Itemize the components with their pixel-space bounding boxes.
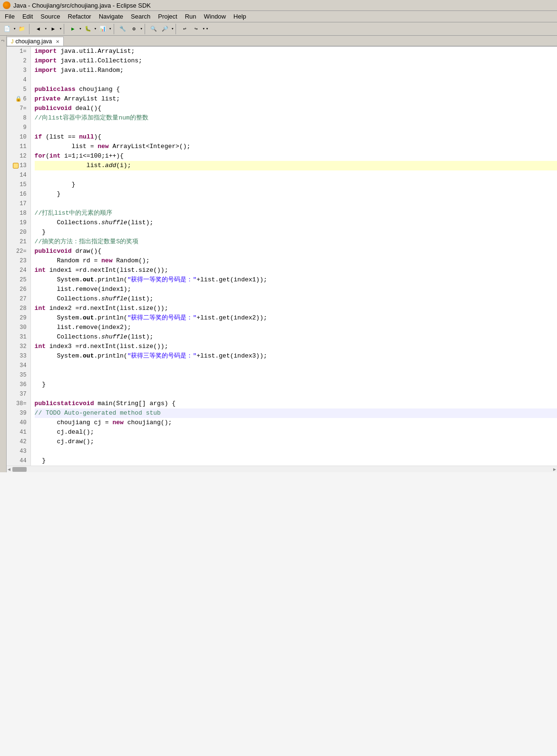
line-num-label-31: 31 bbox=[20, 332, 26, 342]
line-num-label-3: 3 bbox=[23, 66, 26, 75]
code-line-2: import java.util.Collections; bbox=[35, 56, 557, 66]
tb-new-arrow[interactable]: ▾ bbox=[13, 26, 16, 31]
tb-prev-arrow[interactable]: ▾ bbox=[44, 26, 47, 31]
scroll-thumb[interactable] bbox=[12, 467, 27, 472]
scroll-right-arrow[interactable]: ▶ bbox=[552, 467, 557, 472]
line-number-12: 12 bbox=[9, 151, 29, 161]
code-content[interactable]: import java.util.ArrayList; import java.… bbox=[31, 47, 557, 466]
line-number-14: 14 bbox=[9, 170, 29, 180]
line-number-6: 🔒6 bbox=[9, 94, 29, 104]
code-line-39: // TODO Auto-generated method stub bbox=[35, 408, 557, 418]
code-line-17 bbox=[35, 199, 557, 209]
line-num-label-32: 32 bbox=[20, 342, 26, 351]
line-num-label-40: 40 bbox=[20, 418, 26, 428]
menu-bar: File Edit Source Refactor Navigate Searc… bbox=[0, 11, 557, 22]
menu-refactor[interactable]: Refactor bbox=[65, 12, 94, 21]
tb-undo-arrow[interactable]: ▾ bbox=[202, 26, 205, 31]
code-line-26: list.remove(index1); bbox=[35, 285, 557, 294]
line-number-2: 2 bbox=[9, 56, 29, 66]
menu-edit[interactable]: Edit bbox=[20, 12, 36, 21]
line-number-35: 35 bbox=[9, 370, 29, 380]
line-number-32: 32 bbox=[9, 342, 29, 351]
editor-tab-choujiang[interactable]: J choujiang.java ✕ bbox=[7, 37, 64, 46]
tb-ext2[interactable]: ⚙ bbox=[129, 24, 139, 34]
tb-redo[interactable]: ↪ bbox=[191, 24, 201, 34]
tb-profile-arrow[interactable]: ▾ bbox=[109, 26, 111, 31]
tb-prev[interactable]: ◀ bbox=[33, 24, 43, 34]
line-number-24: 24 bbox=[9, 266, 29, 275]
code-line-15: } bbox=[35, 180, 557, 189]
code-line-29: System.out.println("获得二等奖的号码是："+list.get… bbox=[35, 313, 557, 323]
title-bar: Java - Choujiang/src/choujiang.java - Ec… bbox=[0, 0, 557, 11]
line-number-4: 4 bbox=[9, 75, 29, 85]
line-num-label-18: 18 bbox=[20, 209, 26, 218]
tab-close-icon[interactable]: ✕ bbox=[56, 39, 59, 44]
line-number-33: 33 bbox=[9, 351, 29, 361]
tab-bar: J choujiang.java ✕ bbox=[7, 36, 557, 47]
tb-next-arrow[interactable]: ▾ bbox=[59, 26, 62, 31]
line-num-label-23: 23 bbox=[20, 256, 26, 266]
code-line-23: Random rd = new Random(); bbox=[35, 256, 557, 266]
line-number-41: 41 bbox=[9, 428, 29, 437]
line-number-10: 10 bbox=[9, 132, 29, 142]
tb-next[interactable]: ▶ bbox=[48, 24, 59, 34]
code-line-36: } bbox=[35, 380, 557, 389]
tb-run-arrow[interactable]: ▾ bbox=[79, 26, 81, 31]
menu-window[interactable]: Window bbox=[201, 12, 229, 21]
line-num-label-24: 24 bbox=[20, 266, 26, 275]
line-num-label-5: 5 bbox=[23, 85, 26, 94]
line-num-label-12: 12 bbox=[20, 151, 26, 161]
marker-yellow-13 bbox=[13, 163, 19, 169]
code-line-7: public void deal(){ bbox=[35, 104, 557, 113]
line-num-label-22: 22= bbox=[16, 247, 27, 256]
line-num-label-13: 13 bbox=[20, 161, 26, 170]
horizontal-scrollbar[interactable]: ◀ ▶ bbox=[7, 466, 557, 472]
tb-search-arrow[interactable]: ▾ bbox=[171, 26, 174, 31]
code-container[interactable]: 1=2345🔒67=8910111213141516171819202122=2… bbox=[7, 47, 557, 466]
line-number-3: 3 bbox=[9, 66, 29, 75]
code-line-24: int index1 =rd.nextInt(list.size()); bbox=[35, 266, 557, 275]
tb-ext[interactable]: 🔧 bbox=[117, 24, 128, 34]
menu-navigate[interactable]: Navigate bbox=[96, 12, 126, 21]
menu-project[interactable]: Project bbox=[155, 12, 180, 21]
line-num-label-43: 43 bbox=[20, 447, 26, 456]
code-line-19: Collections.shuffle(list); bbox=[35, 218, 557, 228]
tb-sep4 bbox=[145, 24, 147, 34]
tb-profile[interactable]: 📊 bbox=[98, 24, 108, 34]
line-num-label-10: 10 bbox=[20, 132, 26, 142]
tb-ext-arrow[interactable]: ▾ bbox=[140, 26, 143, 31]
menu-source[interactable]: Source bbox=[38, 12, 63, 21]
line-num-label-16: 16 bbox=[20, 189, 26, 199]
tb-new[interactable]: 📄 bbox=[2, 24, 12, 34]
tb-run[interactable]: ▶ bbox=[68, 24, 78, 34]
code-line-44: } bbox=[35, 456, 557, 466]
tb-redo-arrow[interactable]: ▾ bbox=[206, 26, 208, 31]
tb-search2[interactable]: 🔎 bbox=[160, 24, 170, 34]
menu-help[interactable]: Help bbox=[231, 12, 249, 21]
tb-open[interactable]: 📁 bbox=[17, 24, 27, 34]
tb-sep5 bbox=[176, 24, 177, 34]
tb-sep3 bbox=[114, 24, 116, 34]
line-num-label-37: 37 bbox=[20, 389, 26, 399]
code-line-12: for(int i=1;i<=100;i++){ bbox=[35, 151, 557, 161]
code-line-30: list.remove(index2); bbox=[35, 323, 557, 332]
menu-file[interactable]: File bbox=[2, 12, 18, 21]
code-line-6: private ArrayList list; bbox=[35, 94, 557, 104]
line-numbers: 1=2345🔒67=8910111213141516171819202122=2… bbox=[7, 47, 31, 466]
code-line-43 bbox=[35, 447, 557, 456]
tb-debug-arrow[interactable]: ▾ bbox=[94, 26, 97, 31]
line-number-13: 13 bbox=[9, 161, 29, 170]
scroll-left-arrow[interactable]: ◀ bbox=[7, 467, 11, 472]
menu-run[interactable]: Run bbox=[182, 12, 199, 21]
tb-undo[interactable]: ↩ bbox=[179, 24, 190, 34]
code-line-13: list.add(i); bbox=[35, 161, 557, 170]
code-line-32: int index3 =rd.nextInt(list.size()); bbox=[35, 342, 557, 351]
line-num-label-4: 4 bbox=[23, 75, 26, 85]
tb-search[interactable]: 🔍 bbox=[148, 24, 159, 34]
tb-sep2 bbox=[64, 24, 66, 34]
line-num-label-2: 2 bbox=[23, 56, 26, 66]
code-line-22: public void draw(){ bbox=[35, 247, 557, 256]
tb-debug[interactable]: 🐛 bbox=[83, 24, 93, 34]
code-line-14 bbox=[35, 170, 557, 180]
menu-search[interactable]: Search bbox=[128, 12, 153, 21]
